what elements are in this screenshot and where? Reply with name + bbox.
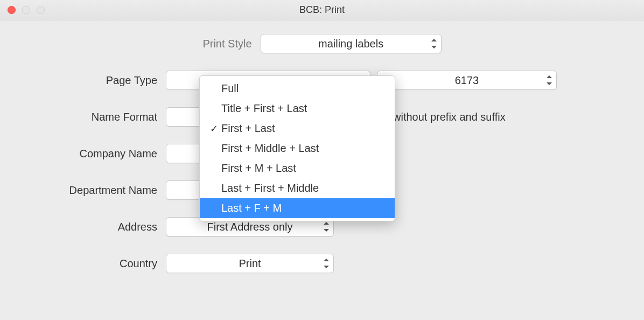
country-label: Country xyxy=(0,258,166,270)
check-icon: ✓ xyxy=(206,123,221,135)
chevron-updown-icon xyxy=(547,75,552,85)
name-format-menu-item-label: Title + First + Last xyxy=(221,102,395,115)
chevron-updown-icon xyxy=(431,39,437,48)
address-value: First Address only xyxy=(181,221,318,233)
name-format-menu-item[interactable]: First + Middle + Last xyxy=(200,138,395,158)
name-format-menu-item-label: First + Last xyxy=(221,122,395,135)
minimize-button[interactable] xyxy=(22,6,30,14)
name-format-label: Name Format xyxy=(0,111,166,123)
close-button[interactable] xyxy=(8,6,16,14)
name-format-menu-item[interactable]: ✓First + Last xyxy=(200,119,395,138)
traffic-lights xyxy=(8,6,45,14)
country-popup[interactable]: Print xyxy=(166,254,334,273)
name-format-menu-item[interactable]: Last + First + Middle xyxy=(200,178,395,198)
titlebar: BCB: Print xyxy=(0,0,644,20)
row-country: Country Print xyxy=(0,254,644,273)
name-format-menu[interactable]: FullTitle + First + Last✓First + LastFir… xyxy=(199,75,395,221)
name-format-menu-item-label: Last + F + M xyxy=(221,202,395,214)
window-title: BCB: Print xyxy=(0,4,644,16)
address-label: Address xyxy=(0,221,166,233)
name-format-menu-item[interactable]: Last + F + M xyxy=(200,198,395,218)
name-format-menu-item[interactable]: Title + First + Last xyxy=(200,99,395,119)
name-format-menu-item-label: Last + First + Middle xyxy=(221,182,395,194)
company-name-label: Company Name xyxy=(0,148,166,160)
department-name-label: Department Name xyxy=(0,184,166,197)
name-format-menu-item-label: Full xyxy=(221,82,395,95)
row-print-style: Print Style mailing labels xyxy=(0,34,644,53)
name-format-menu-item-label: First + M + Last xyxy=(221,162,395,175)
name-format-menu-item-label: First + Middle + Last xyxy=(221,142,395,155)
maximize-button[interactable] xyxy=(37,6,45,14)
name-format-menu-item[interactable]: First + M + Last xyxy=(200,158,395,178)
country-value: Print xyxy=(181,258,318,270)
name-format-suffix: without prefix and suffix xyxy=(393,111,506,123)
chevron-updown-icon xyxy=(324,259,329,268)
print-style-popup[interactable]: mailing labels xyxy=(261,34,442,53)
print-style-label: Print Style xyxy=(202,38,251,50)
page-type-value-2: 6173 xyxy=(393,74,541,87)
name-format-menu-item[interactable]: Full xyxy=(200,79,395,99)
print-style-value: mailing labels xyxy=(276,38,426,50)
page-type-label: Page Type xyxy=(0,74,166,87)
page-type-popup-2[interactable]: 6173 xyxy=(377,71,557,90)
chevron-updown-icon xyxy=(324,222,329,232)
